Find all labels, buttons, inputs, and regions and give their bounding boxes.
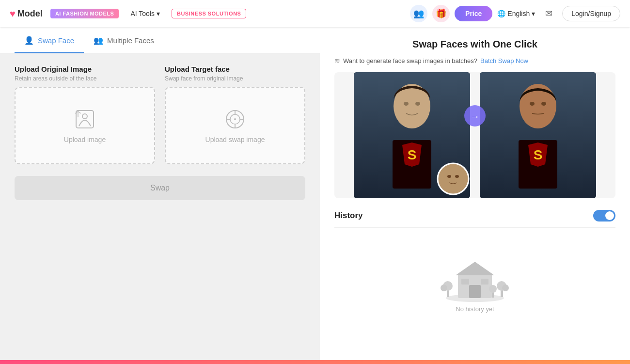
svg-point-24 xyxy=(541,102,546,106)
upload-original-icon xyxy=(73,108,96,131)
svg-marker-32 xyxy=(456,262,494,275)
upload-row: Upload Original Image Retain areas outsi… xyxy=(15,65,305,164)
upload-target-text: Upload swap image xyxy=(205,136,265,143)
svg-point-17 xyxy=(404,102,409,106)
business-solutions-badge[interactable]: BUSINESS SOLUTIONS xyxy=(172,9,246,18)
price-button[interactable]: Price xyxy=(455,6,492,21)
svg-rect-34 xyxy=(461,279,469,285)
upload-target-box[interactable]: Upload swap image xyxy=(165,87,305,164)
swap-face-tab-label: Swap Face xyxy=(38,36,74,45)
upload-target-container: Upload Target face Swap face from origin… xyxy=(165,65,305,164)
upload-section: Upload Original Image Retain areas outsi… xyxy=(0,53,320,360)
bottom-bar xyxy=(0,360,630,364)
history-empty: No history yet xyxy=(334,237,615,322)
svg-point-27 xyxy=(455,175,459,178)
svg-point-4 xyxy=(234,118,236,120)
svg-point-18 xyxy=(415,102,420,106)
group-icon: 👥 xyxy=(413,8,424,19)
gift-icon-button[interactable]: 🎁 xyxy=(432,5,450,22)
layers-icon: ≋ xyxy=(334,57,340,64)
svg-rect-35 xyxy=(481,279,488,285)
header-icons: 👥 🎁 Price 🌐 English ▾ ✉ Login/Signup xyxy=(410,5,620,22)
demo-image-container: S S xyxy=(334,72,615,198)
nav-ai-tools-label: AI Tools xyxy=(130,10,155,17)
swap-button[interactable]: Swap xyxy=(15,176,305,200)
tab-swap-face[interactable]: 👤 Swap Face xyxy=(15,27,84,53)
history-empty-text: No history yet xyxy=(456,305,494,313)
upload-target-sublabel: Swap face from original image xyxy=(165,75,305,82)
svg-point-1 xyxy=(82,114,87,119)
empty-illustration xyxy=(436,247,514,305)
upload-target-label: Upload Target face xyxy=(165,65,305,73)
upload-target-icon xyxy=(223,108,247,131)
upload-original-label: Upload Original Image xyxy=(15,65,155,73)
upload-original-text: Upload image xyxy=(64,136,106,143)
svg-point-41 xyxy=(502,285,509,291)
toggle-knob xyxy=(605,211,614,220)
logo-heart-icon: ♥ xyxy=(10,8,16,19)
left-panel: 👤 Swap Face 👥 Multiple Faces Upload Orig… xyxy=(0,27,320,360)
upload-original-container: Upload Original Image Retain areas outsi… xyxy=(15,65,155,164)
svg-point-38 xyxy=(441,285,447,291)
svg-text:S: S xyxy=(534,147,543,162)
chevron-down-icon: ▾ xyxy=(157,10,160,17)
logo: ♥ Model xyxy=(10,8,43,19)
main-container: 👤 Swap Face 👥 Multiple Faces Upload Orig… xyxy=(0,27,630,360)
svg-text:→: → xyxy=(470,111,480,122)
language-label: English xyxy=(507,10,530,17)
logo-text: Model xyxy=(17,9,43,19)
svg-point-26 xyxy=(447,175,451,178)
svg-point-43 xyxy=(489,285,497,293)
tab-multiple-faces[interactable]: 👥 Multiple Faces xyxy=(84,27,164,53)
svg-point-25 xyxy=(438,163,469,194)
batch-swap-link[interactable]: Batch Swap Now xyxy=(480,57,528,64)
svg-point-23 xyxy=(530,102,535,106)
history-title: History xyxy=(334,211,363,221)
swap-face-tab-icon: 👤 xyxy=(24,36,34,45)
upload-original-box[interactable]: Upload image xyxy=(15,87,155,164)
batch-info: ≋ Want to generate face swap images in b… xyxy=(334,57,615,64)
login-signup-button[interactable]: Login/Signup xyxy=(562,6,620,21)
history-toggle[interactable] xyxy=(593,210,615,222)
mail-icon: ✉ xyxy=(545,8,552,19)
svg-rect-33 xyxy=(469,285,481,298)
history-header: History xyxy=(334,210,615,228)
multiple-faces-tab-icon: 👥 xyxy=(94,36,103,45)
right-panel: Swap Faces with One Click ≋ Want to gene… xyxy=(320,27,630,360)
nav-ai-tools[interactable]: AI Tools ▾ xyxy=(126,7,164,20)
demo-visualization: S S xyxy=(334,72,615,198)
tabs: 👤 Swap Face 👥 Multiple Faces xyxy=(0,27,320,53)
svg-text:S: S xyxy=(408,147,417,162)
right-title: Swap Faces with One Click xyxy=(334,39,615,50)
header: ♥ Model AI FASHION MODELS AI Tools ▾ BUS… xyxy=(0,0,630,27)
upload-original-sublabel: Retain areas outside of the face xyxy=(15,75,155,82)
mail-button[interactable]: ✉ xyxy=(540,5,557,22)
language-chevron-icon: ▾ xyxy=(532,10,535,17)
ai-fashion-badge[interactable]: AI FASHION MODELS xyxy=(50,9,119,18)
batch-info-text: Want to generate face swap images in bat… xyxy=(343,57,477,64)
language-selector[interactable]: 🌐 English ▾ xyxy=(497,10,535,17)
multiple-faces-tab-label: Multiple Faces xyxy=(107,36,154,45)
gift-icon: 🎁 xyxy=(436,8,446,19)
group-icon-button[interactable]: 👥 xyxy=(410,5,427,22)
globe-icon: 🌐 xyxy=(497,10,505,17)
